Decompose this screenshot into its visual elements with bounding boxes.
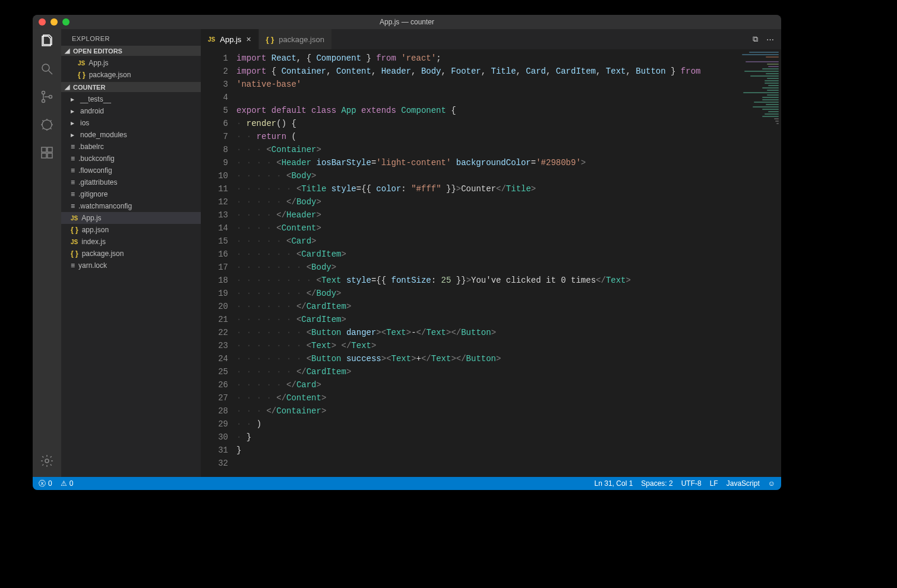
svg-rect-6 bbox=[42, 147, 46, 152]
json-file-icon: { } bbox=[71, 249, 78, 258]
file-label: .flowconfig bbox=[78, 166, 112, 175]
open-editors-header[interactable]: ◢ OPEN EDITORS bbox=[61, 46, 201, 56]
editor-tab[interactable]: { }package.json bbox=[259, 29, 332, 49]
editor-group: JSApp.js×{ }package.json ⧉ ⋯ 12345678910… bbox=[201, 29, 781, 477]
workspace-label: COUNTER bbox=[73, 84, 105, 91]
js-file-icon: JS bbox=[71, 239, 78, 245]
tree-item[interactable]: ▸android bbox=[61, 105, 201, 117]
warning-icon: ⚠ bbox=[61, 479, 67, 488]
extensions-icon[interactable] bbox=[40, 146, 54, 162]
status-bar: ⓧ 0 ⚠ 0 Ln 31, Col 1 Spaces: 2 UTF-8 LF … bbox=[33, 477, 781, 490]
svg-line-1 bbox=[49, 71, 52, 74]
file-label: yarn.lock bbox=[78, 261, 107, 270]
tab-actions: ⧉ ⋯ bbox=[753, 29, 781, 49]
json-file-icon: { } bbox=[78, 71, 86, 79]
svg-point-3 bbox=[42, 100, 45, 103]
chevron-right-icon: ▸ bbox=[71, 107, 77, 115]
tree-item[interactable]: ▸__tests__ bbox=[61, 93, 201, 105]
svg-rect-8 bbox=[42, 153, 46, 158]
file-label: index.js bbox=[81, 238, 106, 246]
tree-item[interactable]: ≡.gitignore bbox=[61, 188, 201, 200]
explorer-sidebar: EXPLORER ◢ OPEN EDITORS JSApp.js{ }packa… bbox=[61, 29, 201, 477]
debug-icon[interactable] bbox=[40, 118, 54, 134]
file-icon: ≡ bbox=[71, 154, 75, 163]
file-label: .gitattributes bbox=[78, 178, 117, 186]
status-eol[interactable]: LF bbox=[710, 479, 718, 488]
tree-item[interactable]: JSindex.js bbox=[61, 236, 201, 248]
tree-item[interactable]: JSApp.js bbox=[61, 212, 201, 224]
tree-item[interactable]: ▸ios bbox=[61, 117, 201, 129]
line-number-gutter: 1234567891011121314151617181920212223242… bbox=[201, 49, 236, 477]
code-lines[interactable]: import React, { Component } from 'react'… bbox=[236, 49, 781, 477]
file-label: .watchmanconfig bbox=[78, 202, 132, 210]
file-label: node_modules bbox=[80, 131, 127, 139]
titlebar[interactable]: App.js — counter bbox=[33, 15, 781, 29]
tree-item[interactable]: ≡.gitattributes bbox=[61, 176, 201, 188]
file-label: package.json bbox=[82, 249, 124, 258]
search-icon[interactable] bbox=[40, 62, 54, 78]
file-icon: ≡ bbox=[71, 143, 75, 151]
status-language[interactable]: JavaScript bbox=[727, 479, 760, 488]
settings-gear-icon[interactable] bbox=[40, 454, 54, 470]
open-editors-list: JSApp.js{ }package.json bbox=[61, 56, 201, 82]
js-file-icon: JS bbox=[78, 60, 85, 67]
tree-item[interactable]: { }app.json bbox=[61, 224, 201, 236]
tree-item[interactable]: ≡.buckconfig bbox=[61, 153, 201, 165]
chevron-down-icon: ◢ bbox=[64, 47, 71, 55]
svg-point-4 bbox=[49, 96, 52, 99]
tree-item[interactable]: ≡.flowconfig bbox=[61, 165, 201, 176]
tree-item[interactable]: { }package.json bbox=[61, 248, 201, 260]
tab-bar: JSApp.js×{ }package.json ⧉ ⋯ bbox=[201, 29, 781, 49]
activity-bar bbox=[33, 29, 61, 477]
status-indent[interactable]: Spaces: 2 bbox=[641, 479, 672, 488]
window-title: App.js — counter bbox=[380, 18, 434, 26]
chevron-right-icon: ▸ bbox=[71, 95, 77, 103]
tab-label: App.js bbox=[220, 35, 241, 44]
feedback-smiley-icon[interactable]: ☺ bbox=[768, 479, 775, 488]
svg-point-2 bbox=[42, 91, 45, 94]
window-body: EXPLORER ◢ OPEN EDITORS JSApp.js{ }packa… bbox=[33, 29, 781, 477]
error-icon: ⓧ bbox=[39, 479, 46, 489]
file-icon: ≡ bbox=[71, 166, 75, 175]
svg-point-5 bbox=[42, 120, 52, 129]
tree-item[interactable]: ≡.babelrc bbox=[61, 141, 201, 153]
chevron-right-icon: ▸ bbox=[71, 131, 77, 139]
open-editors-label: OPEN EDITORS bbox=[73, 48, 122, 55]
file-label: .gitignore bbox=[78, 190, 108, 198]
status-encoding[interactable]: UTF-8 bbox=[681, 479, 702, 488]
file-label: package.json bbox=[89, 71, 131, 79]
file-label: __tests__ bbox=[80, 95, 111, 103]
file-label: android bbox=[80, 107, 104, 115]
minimize-window-button[interactable] bbox=[50, 18, 58, 26]
file-icon: ≡ bbox=[71, 178, 75, 186]
svg-rect-7 bbox=[48, 147, 52, 152]
workspace-header[interactable]: ◢ COUNTER bbox=[61, 82, 201, 92]
tree-item[interactable]: ≡.watchmanconfig bbox=[61, 200, 201, 212]
status-errors[interactable]: ⓧ 0 bbox=[39, 479, 52, 489]
close-tab-icon[interactable]: × bbox=[246, 34, 251, 44]
window-controls bbox=[39, 18, 70, 26]
workspace-tree: ▸__tests__▸android▸ios▸node_modules≡.bab… bbox=[61, 92, 201, 273]
open-editor-item[interactable]: { }package.json bbox=[61, 69, 201, 81]
editor-tab[interactable]: JSApp.js× bbox=[201, 29, 259, 49]
zoom-window-button[interactable] bbox=[62, 18, 70, 26]
app-window: App.js — counter EXPLORER ◢ OPEN EDITORS… bbox=[33, 15, 781, 490]
status-warnings[interactable]: ⚠ 0 bbox=[61, 479, 74, 488]
explorer-icon[interactable] bbox=[40, 34, 54, 50]
tree-item[interactable]: ≡yarn.lock bbox=[61, 260, 201, 271]
chevron-down-icon: ◢ bbox=[64, 83, 71, 91]
tree-item[interactable]: ▸node_modules bbox=[61, 129, 201, 141]
minimap[interactable] bbox=[738, 49, 781, 477]
chevron-right-icon: ▸ bbox=[71, 119, 77, 127]
code-editor[interactable]: 1234567891011121314151617181920212223242… bbox=[201, 49, 781, 477]
svg-rect-9 bbox=[48, 153, 52, 158]
close-window-button[interactable] bbox=[39, 18, 46, 26]
more-actions-icon[interactable]: ⋯ bbox=[766, 35, 774, 44]
file-label: app.json bbox=[82, 226, 109, 234]
source-control-icon[interactable] bbox=[40, 90, 54, 106]
split-editor-icon[interactable]: ⧉ bbox=[753, 34, 758, 44]
file-label: App.js bbox=[81, 214, 101, 222]
status-cursor-position[interactable]: Ln 31, Col 1 bbox=[595, 479, 633, 488]
open-editor-item[interactable]: JSApp.js bbox=[61, 57, 201, 69]
tab-label: package.json bbox=[279, 35, 324, 44]
